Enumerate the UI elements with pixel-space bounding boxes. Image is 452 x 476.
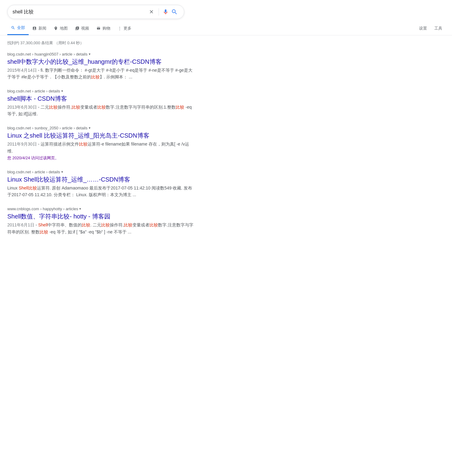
result-title[interactable]: shell中数字大小的比较_运维_huangmr的专栏-CSDN博客	[7, 58, 194, 66]
nav-tabs: 全部 新闻 地图 视频 购物 ⋮ 更多 设置 工具	[0, 21, 452, 35]
search-input[interactable]	[13, 9, 149, 15]
result-snippet: 2011年6月1日 - Shell中字符串、数值的比较. 二元比较操作符,比较变…	[7, 222, 194, 235]
tab-maps-label: 地图	[60, 26, 68, 31]
tab-more[interactable]: ⋮ 更多	[114, 22, 135, 35]
result-dropdown-arrow[interactable]: ▾	[89, 52, 91, 56]
search-button[interactable]	[170, 9, 179, 15]
mic-button[interactable]	[161, 9, 170, 15]
result-breadcrumb: › huangjin0507 › article › details	[32, 52, 87, 56]
tools-link[interactable]: 工具	[432, 22, 445, 35]
nav-settings: 设置 工具	[417, 22, 445, 35]
divider	[159, 8, 159, 16]
result-snippet: 2013年6月30日 - 二元比较操作符,比较变量或者比较数字.注意数字与字符串…	[7, 104, 194, 117]
video-tab-icon	[75, 26, 79, 31]
result-snippet: 2011年9月30日 - 运算符描述示例文件比较运算符-e filename如果…	[7, 141, 194, 161]
result-domain: blog.csdn.net	[7, 52, 31, 56]
more-tab-icon: ⋮	[118, 26, 122, 31]
result-breadcrumb: › article › details	[32, 89, 60, 93]
search-box: ✕	[7, 5, 184, 19]
tab-video-label: 视频	[81, 26, 89, 31]
tab-all-label: 全部	[17, 25, 25, 31]
tab-all[interactable]: 全部	[7, 21, 29, 35]
result-item: www.cnblogs.com › happyhotty › articles …	[7, 207, 194, 235]
result-domain: blog.csdn.net	[7, 89, 31, 93]
result-domain: blog.csdn.net	[7, 170, 31, 174]
tab-more-label: 更多	[124, 26, 131, 31]
result-snippet: Linux Shell比较运算符. 原创 Adamaomaoo 最后发布于201…	[7, 185, 194, 198]
clear-icon[interactable]: ✕	[149, 9, 154, 15]
result-domain: blog.csdn.net	[7, 126, 31, 130]
map-tab-icon	[54, 26, 58, 31]
result-title[interactable]: shell脚本 - CSDN博客	[7, 95, 194, 103]
tab-video[interactable]: 视频	[71, 22, 93, 35]
tab-shopping[interactable]: 购物	[93, 22, 114, 35]
tab-maps[interactable]: 地图	[50, 22, 71, 35]
result-url: blog.csdn.net › sunboy_2050 › article › …	[7, 126, 194, 130]
result-dropdown-arrow[interactable]: ▾	[89, 126, 91, 130]
tab-news[interactable]: 新闻	[29, 22, 50, 35]
search-tab-icon	[11, 26, 15, 30]
result-item: blog.csdn.net › huangjin0507 › article ›…	[7, 52, 194, 80]
result-snippet: 2015年4月14日 - fi. 数字判断一些命令： #-gt是大于 #-lt是…	[7, 67, 194, 80]
result-item: blog.csdn.net › article › details ▾ Linu…	[7, 170, 194, 198]
tab-news-label: 新闻	[38, 26, 46, 31]
result-breadcrumb: › sunboy_2050 › article › details	[32, 126, 87, 130]
visited-notice: 您 2020/4/24 访问过该网页。	[7, 155, 194, 161]
search-bar-area: ✕	[0, 0, 452, 19]
settings-link[interactable]: 设置	[417, 22, 429, 35]
result-url: blog.csdn.net › article › details ▾	[7, 170, 194, 174]
result-dropdown-arrow[interactable]: ▾	[61, 170, 63, 174]
result-breadcrumb: › happyhotty › articles	[40, 207, 78, 211]
result-domain: www.cnblogs.com	[7, 207, 39, 211]
result-item: blog.csdn.net › article › details ▾ shel…	[7, 89, 194, 117]
shopping-tab-icon	[96, 26, 101, 31]
result-dropdown-arrow[interactable]: ▾	[61, 89, 63, 93]
result-url: blog.csdn.net › article › details ▾	[7, 89, 194, 93]
result-title[interactable]: Linux Shell比较运算符_运维_……-CSDN博客	[7, 175, 194, 183]
results-stats: 找到约 37,300,000 条结果 （用时 0.44 秒）	[7, 40, 194, 46]
mic-icon	[163, 9, 169, 15]
result-url: blog.csdn.net › huangjin0507 › article ›…	[7, 52, 194, 56]
result-item: blog.csdn.net › sunboy_2050 › article › …	[7, 126, 194, 161]
result-title[interactable]: Shell数值、字符串比较- hotty - 博客园	[7, 212, 194, 220]
results-area: 找到约 37,300,000 条结果 （用时 0.44 秒） blog.csdn…	[0, 35, 201, 249]
news-tab-icon	[32, 26, 37, 31]
result-title[interactable]: Linux 之shell 比较运算符_运维_阳光岛主-CSDN博客	[7, 132, 194, 139]
result-dropdown-arrow[interactable]: ▾	[79, 207, 81, 211]
search-icon	[171, 9, 178, 15]
result-url: www.cnblogs.com › happyhotty › articles …	[7, 207, 194, 211]
tab-shopping-label: 购物	[102, 26, 110, 31]
result-breadcrumb: › article › details	[32, 170, 60, 174]
